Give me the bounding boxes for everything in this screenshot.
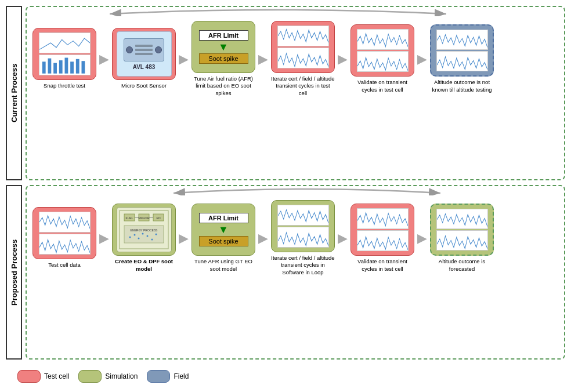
iterate2-chart-top (277, 205, 329, 226)
validate1-chart-bottom (357, 51, 409, 72)
arrow-p1: ▶ (99, 232, 109, 245)
process-diagram: Current Process (6, 6, 565, 360)
legend-field-item: Field (147, 370, 189, 383)
step-eo-box: FUEL ENGINE EO (112, 204, 176, 273)
validate2-chart-bottom (357, 230, 409, 251)
step-altitude1-box: Altitude outcome is not known till altit… (430, 24, 494, 93)
step-iterate2-box: Iterate cert / field / altitude transien… (271, 200, 335, 276)
snap-chart (37, 31, 92, 77)
svg-point-29 (156, 234, 157, 235)
snap-chart-bottom (39, 55, 91, 75)
legend-field-color (147, 370, 170, 383)
altitude1-chart-top (436, 30, 488, 50)
legend-testcell-label: Test cell (44, 372, 69, 380)
validate1-chart (355, 27, 410, 74)
step-altitude2-box: Altitude outcome is forecasted (430, 204, 494, 273)
svg-rect-2 (42, 62, 45, 74)
step-validate2-card (350, 204, 414, 256)
svg-rect-4 (53, 63, 57, 74)
legend: Test cell Simulation Field (6, 366, 565, 386)
svg-rect-8 (75, 59, 79, 74)
sensor-knob-1 (126, 46, 133, 53)
step-afr-box: AFR Limit ▼ Soot spike Tune Air fuel rat… (191, 21, 255, 97)
afr-down-arrow-2: ▼ (218, 224, 229, 235)
current-process-row: Current Process (6, 6, 565, 180)
altitude2-chart-bottom (436, 230, 488, 251)
afr-limit-bar: AFR Limit (199, 30, 248, 41)
legend-simulation-item: Simulation (78, 370, 138, 383)
avl-label: AVL 483 (133, 64, 156, 70)
tune-afr-label: Tune AFR using GT EO soot model (191, 258, 255, 273)
altitude2-label: Altitude outcome is forecasted (430, 258, 494, 273)
afr-limit-bar-2: AFR Limit (199, 213, 248, 223)
validate1-chart-top (357, 29, 409, 50)
altitude2-chart (435, 207, 490, 252)
iterate1-chart (276, 24, 331, 70)
step-testcell-box: Test cell data (32, 207, 96, 268)
arrow-2: ▶ (179, 53, 189, 66)
svg-point-28 (151, 239, 153, 241)
proposed-process-row: Proposed Process (6, 185, 565, 360)
step-snap-card (32, 28, 96, 80)
main-container: Current Process (0, 0, 571, 392)
snap-label: Snap throttle test (44, 82, 85, 89)
step-validate1-card (350, 24, 414, 77)
arrow-3: ▶ (258, 53, 268, 66)
svg-point-26 (142, 233, 144, 235)
altitude1-chart (435, 28, 490, 73)
iterate1-chart-bottom (277, 48, 329, 68)
legend-simulation-color (78, 370, 102, 383)
validate2-chart-top (357, 208, 409, 229)
svg-rect-6 (64, 58, 68, 74)
iterate1-chart-top (277, 26, 329, 46)
legend-field-label: Field (174, 372, 189, 380)
step-afr-card: AFR Limit ▼ Soot spike (191, 21, 255, 73)
step-snap-box: Snap throttle test (32, 28, 96, 89)
legend-simulation-label: Simulation (105, 372, 138, 380)
svg-text:FUEL: FUEL (126, 216, 133, 220)
proposed-steps-flow: Test cell data ▶ (32, 191, 558, 276)
testcell-chart-bottom (39, 234, 91, 255)
step-altitude1-card (430, 24, 494, 77)
step-iterate2-card (271, 200, 335, 252)
soot-spike-bar-2: Soot spike (199, 236, 248, 246)
testcell-label: Test cell data (48, 262, 80, 268)
iterate2-chart (276, 203, 331, 249)
arrow-5: ▶ (417, 53, 427, 66)
arrow-p3: ▶ (258, 232, 268, 245)
testcell-chart (37, 210, 92, 256)
step-iterate1-box: Iterate cert / field / altitude transien… (271, 21, 335, 97)
testcell-chart-top (39, 212, 91, 233)
svg-point-25 (138, 238, 140, 239)
snap-chart-top (39, 32, 91, 53)
validate2-label: Validate on transient cycles in test cel… (350, 258, 414, 273)
step-iterate1-card (271, 21, 335, 73)
sensor-label: Micro Soot Sensor (121, 82, 167, 89)
current-steps-flow: Snap throttle test ▶ (32, 12, 558, 97)
svg-point-24 (134, 234, 136, 236)
arrow-p4: ▶ (338, 232, 348, 245)
svg-rect-5 (59, 60, 62, 74)
svg-rect-7 (70, 62, 74, 74)
validate2-chart (355, 206, 410, 253)
afr-box: AFR Limit ▼ Soot spike (196, 30, 251, 64)
step-tune-afr-card: AFR Limit ▼ Soot spike (191, 204, 255, 256)
current-process-label: Current Process (6, 6, 22, 180)
afr-down-arrow: ▼ (218, 42, 229, 52)
legend-testcell-color (17, 370, 41, 383)
proposed-process-content: Test cell data ▶ (26, 185, 565, 360)
current-process-content: Snap throttle test ▶ (26, 6, 565, 180)
validate1-label: Validate on transient cycles in test cel… (350, 79, 414, 93)
iterate2-label: Iterate cert / field / altitude transien… (271, 255, 335, 276)
svg-point-23 (129, 237, 131, 238)
sensor-image: AVL 483 (117, 31, 172, 77)
step-validate1-box: Validate on transient cycles in test cel… (350, 24, 414, 93)
altitude1-label: Altitude outcome is not known till altit… (430, 79, 494, 93)
step-altitude2-card (430, 204, 494, 256)
sensor-body (124, 38, 164, 61)
step-eo-card: FUEL ENGINE EO (112, 204, 176, 256)
sensor-knob-2 (155, 46, 162, 53)
arrow-p2: ▶ (179, 232, 189, 245)
legend-testcell-item: Test cell (17, 370, 69, 383)
step-sensor-card: AVL 483 (112, 28, 176, 80)
